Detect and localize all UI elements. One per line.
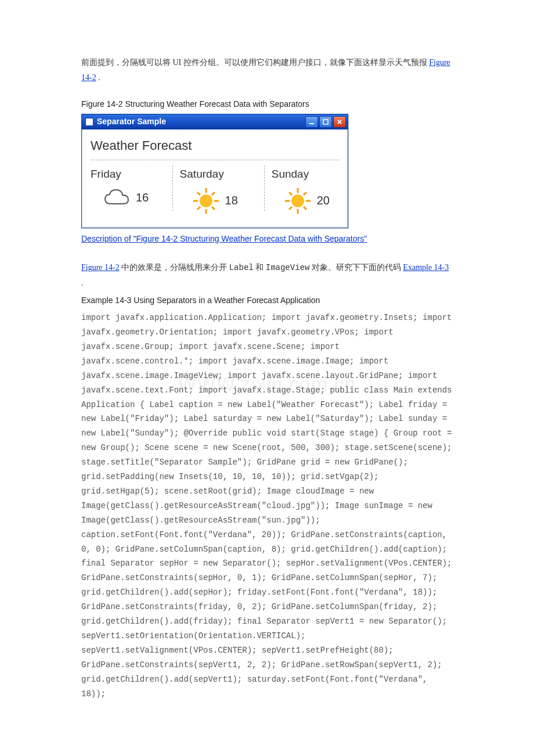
vertical-separator (172, 165, 173, 211)
svg-rect-1 (323, 120, 328, 124)
svg-line-9 (197, 192, 200, 195)
vertical-separator (264, 165, 265, 211)
svg-line-10 (212, 207, 215, 210)
svg-rect-0 (309, 123, 314, 124)
day-label: Saturday (180, 164, 224, 184)
code-label-1: Label (229, 263, 254, 272)
figure-caption: Figure 14-2 Structuring Weather Forecast… (81, 97, 453, 112)
svg-line-11 (197, 207, 200, 210)
maximize-button[interactable] (319, 116, 332, 128)
window-titlebar: Separator Sample (82, 114, 348, 129)
app-window: Separator Sample Weather Forecast Friday (81, 114, 348, 228)
minimize-icon (309, 119, 315, 125)
mid-paragraph: Figure 14-2 中的效果是，分隔线用来分开 Label 和 ImageV… (81, 260, 453, 291)
mid-text-3: 对象。研究下下面的代码 (312, 263, 403, 272)
forecast-row: Friday 16 Saturday (91, 164, 340, 215)
svg-point-4 (200, 195, 212, 207)
day-cell-sunday: Sunday 20 (272, 164, 340, 215)
example-title: Example 14-3 Using Separators in a Weath… (81, 293, 453, 308)
svg-line-12 (212, 192, 215, 195)
temp-value: 18 (225, 190, 238, 211)
svg-line-19 (304, 207, 306, 210)
close-button[interactable] (333, 116, 346, 128)
app-icon (85, 118, 93, 126)
intro-text-1: 前面提到，分隔线可以将 UI 控件分组。可以使用它们构建用户接口，就像下面这样显… (81, 58, 429, 67)
window-buttons (305, 116, 346, 128)
figure-description-link[interactable]: Description of "Figure 14-2 Structuring … (81, 232, 453, 247)
svg-line-20 (289, 207, 292, 210)
sun-icon (192, 186, 221, 215)
figure-link-mid[interactable]: Figure 14-2 (81, 263, 120, 272)
svg-point-13 (291, 195, 304, 207)
weather-title: Weather Forecast (91, 134, 340, 158)
minimize-button[interactable] (305, 116, 318, 128)
close-icon (337, 119, 342, 125)
titlebar-left: Separator Sample (85, 114, 166, 129)
code-label-2: ImageView (266, 263, 310, 272)
example-link[interactable]: Example 14-3 (403, 263, 449, 272)
window-content: Weather Forecast Friday 16 Saturday (84, 129, 346, 226)
window-title: Separator Sample (97, 114, 166, 129)
code-block: import javafx.application.Application; i… (81, 311, 453, 701)
svg-line-18 (289, 192, 292, 195)
maximize-icon (323, 119, 329, 125)
day-label: Friday (91, 164, 121, 184)
horizontal-separator (91, 160, 340, 160)
mid-text-1: 中的效果是，分隔线用来分开 (121, 263, 229, 272)
day-cell-saturday: Saturday 18 (180, 164, 264, 215)
day-label: Sunday (272, 164, 309, 184)
mid-text-2: 和 (255, 263, 266, 272)
intro-text-2: . (98, 73, 100, 82)
intro-paragraph: 前面提到，分隔线可以将 UI 控件分组。可以使用它们构建用户接口，就像下面这样显… (81, 55, 453, 85)
day-cell-friday: Friday 16 (91, 164, 172, 209)
temp-value: 16 (136, 187, 149, 208)
temp-value: 20 (317, 190, 330, 211)
cloud-icon (102, 186, 131, 210)
mid-text-4: . (81, 279, 84, 287)
svg-line-21 (304, 192, 306, 195)
sun-icon (283, 186, 312, 215)
